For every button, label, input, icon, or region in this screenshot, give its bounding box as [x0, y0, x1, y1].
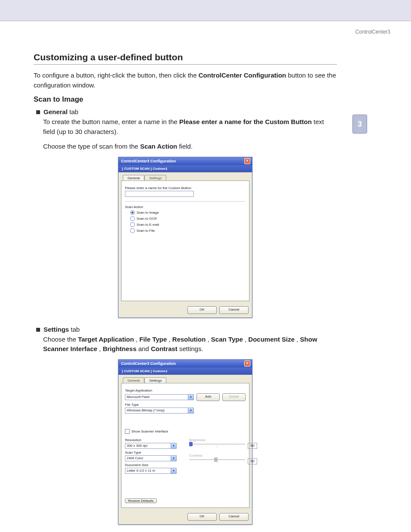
intro-paragraph: To configure a button, right-click the b… [34, 71, 337, 90]
tab-panel: Please enter a name for the Custom Butto… [121, 180, 249, 301]
radio-scan-to-file[interactable]: Scan to File [130, 228, 246, 233]
text: To create the button name, enter a name … [43, 118, 179, 125]
contrast-slider[interactable]: ·····|····· 50 [189, 459, 245, 463]
resolution-label: Resolution [125, 438, 181, 442]
text-bold: Brightness [103, 345, 136, 352]
dialog-buttons: OK Cancel [118, 510, 252, 524]
settings-block: Choose the Target Application , File Typ… [34, 335, 337, 354]
brightness-value: 50 [248, 443, 257, 449]
brightness-slider[interactable]: ·····|····· 50 [189, 444, 245, 448]
target-application-select[interactable]: Microsoft Paint ▾ [125, 394, 194, 400]
left-column: Resolution 300 x 300 dpi ▾ Scan Type 24b… [125, 436, 181, 474]
text-bold: ControlCenter Configuration [199, 72, 286, 79]
bullet-general: General tab [34, 108, 337, 115]
radio-label: Scan to E-mail [137, 223, 159, 227]
radio-scan-to-ocr[interactable]: Scan to OCR [130, 216, 246, 221]
divider [125, 201, 246, 202]
bullet-label: Settings tab [44, 326, 80, 333]
window-title: ControlCenter3 Configuration [121, 159, 176, 163]
custom-name-input[interactable] [125, 191, 194, 197]
tab-panel: Target Application Microsoft Paint ▾ Add… [121, 383, 249, 508]
radio-icon [130, 228, 135, 233]
top-bar [0, 0, 411, 21]
chevron-down-icon: ▾ [171, 468, 176, 473]
ok-button[interactable]: OK [187, 306, 217, 314]
checkbox-label: Show Scanner Interface [131, 429, 168, 433]
slider-track [189, 459, 245, 460]
text: , [169, 336, 172, 343]
radio-icon [130, 210, 135, 215]
tab-settings[interactable]: Settings [144, 377, 166, 383]
radio-scan-to-email[interactable]: Scan to E-mail [130, 222, 246, 227]
contrast-label: Contrast [189, 454, 246, 457]
chevron-down-icon: ▾ [171, 456, 176, 461]
chevron-down-icon: ▾ [188, 395, 193, 400]
radio-scan-to-image[interactable]: Scan to Image [130, 210, 246, 215]
radio-label: Scan to OCR [137, 217, 157, 221]
text: To configure a button, right-click the b… [34, 72, 199, 79]
text-bold: Scan Type [211, 336, 243, 343]
select-value: 300 x 300 dpi [125, 443, 171, 448]
file-type-select[interactable]: Windows Bitmap (*.bmp) ▾ [125, 408, 194, 414]
text: field. [179, 143, 193, 150]
scan-action-label: Scan Action [125, 205, 246, 209]
running-head: ControlCenter3 [0, 21, 411, 35]
add-button[interactable]: Add [196, 393, 220, 401]
close-icon[interactable]: × [244, 158, 250, 164]
delete-button[interactable]: Delete [222, 393, 246, 401]
right-column: Brightness ·····|····· 50 Contrast [189, 436, 246, 474]
radio-label: Scan to Image [137, 211, 159, 215]
text: and [138, 345, 151, 352]
scan-type-select[interactable]: 24bit Color ▾ [125, 455, 177, 461]
restore-defaults-button[interactable]: Restore Defaults [125, 498, 157, 503]
target-application-label: Target Application [125, 389, 246, 392]
scan-type-label: Scan Type [125, 451, 181, 454]
text-bold: Document Size [248, 336, 295, 343]
contrast-value: 50 [248, 458, 257, 464]
paragraph: To create the button name, enter a name … [43, 117, 337, 137]
screenshot-settings: ControlCenter3 Configuration × [ CUSTOM … [34, 359, 337, 525]
tab-settings[interactable]: Settings [144, 175, 166, 181]
text-bold: File Type [139, 336, 167, 343]
text: Choose the type of scan from the [43, 143, 140, 150]
tab-strip: General Settings [121, 175, 249, 181]
dialog-body: General Settings Target Application Micr… [118, 375, 252, 510]
paragraph: Choose the Target Application , File Typ… [43, 335, 337, 354]
chevron-down-icon: ▾ [188, 408, 193, 413]
cancel-button[interactable]: Cancel [219, 306, 249, 314]
show-scanner-interface-checkbox[interactable]: Show Scanner Interface [125, 429, 246, 434]
select-value: 24bit Color [125, 456, 171, 461]
bullet-label: General tab [44, 108, 78, 115]
ok-button[interactable]: OK [187, 513, 217, 521]
cancel-button[interactable]: Cancel [219, 513, 249, 521]
text-bold: Settings [44, 326, 69, 333]
select-value: Microsoft Paint [125, 395, 188, 400]
text: Choose the [43, 336, 78, 343]
file-type-label: File Type [125, 403, 246, 407]
paragraph: Choose the type of scan from the Scan Ac… [43, 142, 337, 152]
brightness-label: Brightness [189, 438, 246, 442]
document-size-select[interactable]: Letter 8 1/2 x 11 in ▾ [125, 468, 177, 474]
text: settings. [179, 345, 203, 352]
checkbox-icon [125, 429, 130, 434]
text-bold: Please enter a name for the Custom Butto… [179, 118, 312, 125]
text-bold: Scan Action [140, 143, 177, 150]
resolution-select[interactable]: 300 x 300 dpi ▾ [125, 443, 177, 449]
slider-thumb [189, 442, 193, 446]
text: tab [69, 326, 80, 333]
breadcrumb: [ CUSTOM SCAN ] Custom1 [118, 165, 252, 172]
window-title: ControlCenter3 Configuration [121, 361, 176, 366]
text-bold: Contrast [151, 345, 177, 352]
text: tab [68, 108, 78, 115]
tab-general[interactable]: General [123, 377, 144, 383]
subsection-title: Scan to Image [34, 95, 337, 104]
select-value: Windows Bitmap (*.bmp) [125, 408, 188, 413]
page-title: Customizing a user-defined button [34, 52, 337, 65]
bullet-icon [36, 328, 40, 332]
dialog-body: General Settings Please enter a name for… [118, 172, 252, 304]
config-dialog-settings: ControlCenter3 Configuration × [ CUSTOM … [118, 359, 252, 525]
select-value: Letter 8 1/2 x 11 in [125, 468, 171, 473]
close-icon[interactable]: × [244, 361, 250, 367]
settings-columns: Resolution 300 x 300 dpi ▾ Scan Type 24b… [125, 436, 246, 474]
tab-general[interactable]: General [123, 175, 144, 181]
